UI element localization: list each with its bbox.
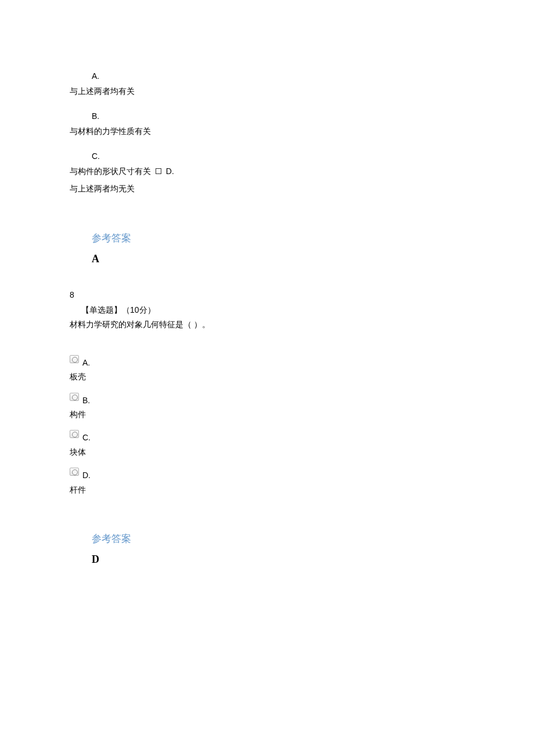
option-letter: D. bbox=[82, 469, 91, 482]
radio-icon[interactable] bbox=[70, 430, 79, 438]
checkbox-icon bbox=[156, 168, 161, 174]
option-text: 与构件的形状尺寸有关 bbox=[70, 167, 151, 176]
option-letter: C. bbox=[82, 431, 91, 444]
option-text: 与上述两者均有关 bbox=[70, 85, 464, 97]
q8-option-d[interactable]: D. 杆件 bbox=[70, 466, 464, 496]
answer-value: A bbox=[92, 251, 464, 267]
q7-option-d-text: 与上述两者均无关 bbox=[70, 182, 464, 195]
option-text: 与材料的力学性质有关 bbox=[70, 125, 464, 138]
q7-option-a[interactable]: A. 与上述两者均有关 bbox=[70, 70, 464, 98]
radio-icon[interactable] bbox=[70, 355, 79, 363]
option-letter: B. bbox=[82, 394, 90, 407]
q7-option-b[interactable]: B. 与材料的力学性质有关 bbox=[70, 110, 464, 138]
option-text: 构件 bbox=[70, 408, 464, 421]
radio-icon[interactable] bbox=[70, 393, 79, 401]
answer-header: 参考答案 bbox=[92, 531, 464, 547]
question-type: 【单选题】 bbox=[81, 305, 122, 314]
option-text: 块体 bbox=[70, 446, 464, 458]
option-letter: B. bbox=[92, 110, 464, 122]
question-header: 【单选题】（10分） bbox=[81, 303, 464, 316]
option-letter: C. bbox=[92, 150, 464, 162]
q8-option-c[interactable]: C. 块体 bbox=[70, 429, 464, 458]
question-stem: 材料力学研究的对象几何特征是（ ）。 bbox=[70, 318, 464, 331]
option-letter: D. bbox=[166, 167, 174, 176]
option-text: 板壳 bbox=[70, 370, 464, 383]
q8-option-a[interactable]: A. 板壳 bbox=[70, 354, 464, 384]
option-letter: A. bbox=[92, 70, 464, 82]
option-text: 杆件 bbox=[70, 483, 464, 496]
q7-option-c-d-line: 与构件的形状尺寸有关 D. bbox=[70, 165, 464, 178]
q8-option-b[interactable]: B. 构件 bbox=[70, 392, 464, 421]
question-points: （10分） bbox=[122, 305, 156, 314]
answer-value: D bbox=[92, 551, 464, 568]
question-number: 8 bbox=[70, 288, 464, 301]
option-letter: A. bbox=[82, 356, 90, 369]
answer-header: 参考答案 bbox=[92, 230, 464, 246]
q7-option-c[interactable]: C. bbox=[70, 150, 464, 162]
radio-icon[interactable] bbox=[70, 468, 79, 476]
